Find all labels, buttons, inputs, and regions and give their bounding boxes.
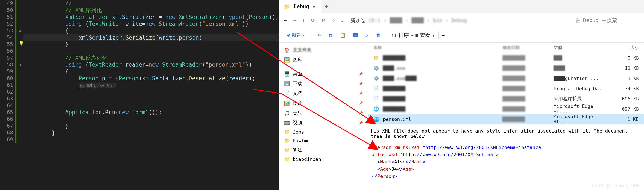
file-icon: 🌐: [373, 106, 380, 112]
col-type[interactable]: 类型: [554, 45, 609, 50]
cut-button[interactable]: ✂: [315, 31, 324, 40]
sidebar-item[interactable]: ⬇️ 下载 📌: [279, 79, 368, 89]
code-line[interactable]: {: [23, 27, 279, 34]
file-row[interactable]: 🌐 person.xml ████████ Microsoft Edge HT.…: [368, 114, 644, 124]
more-button[interactable]: ⋯: [442, 32, 445, 38]
sidebar-label: 视频: [293, 120, 302, 126]
delete-button[interactable]: 🗑: [373, 31, 384, 40]
code-line[interactable]: 已用时间 <= 5ms: [23, 82, 279, 89]
file-size: 1 KB: [609, 117, 639, 122]
fold-margin[interactable]: ⊟⊟: [16, 0, 23, 143]
address-bar[interactable]: 新加卷 (D:) › ████ › ████ › bin › Debug: [350, 17, 569, 24]
sidebar-item[interactable]: 🖼️ 图片 📌: [279, 98, 368, 108]
file-date: ████████: [502, 55, 554, 61]
file-icon: 📄: [373, 96, 380, 101]
share-button[interactable]: ↗: [362, 31, 371, 40]
sidebar-item[interactable]: 📁 biaodinban: [279, 155, 368, 164]
sidebar-item[interactable]: 🖼️ 图库: [279, 55, 368, 65]
chevron-down-icon: ▾: [432, 32, 435, 38]
file-type: Program Debug Da...: [554, 86, 609, 91]
pin-icon[interactable]: 📌: [359, 82, 363, 86]
search-input[interactable]: 在 Debug 中搜索: [575, 17, 639, 24]
code-editor[interactable]: 4950515253545556575859606162636465666768…: [0, 0, 279, 190]
sort-icon: ↑↓: [390, 32, 397, 38]
code-line[interactable]: //: [23, 0, 279, 7]
code-line[interactable]: [23, 89, 279, 95]
file-size: 697 KB: [609, 106, 639, 112]
pin-icon[interactable]: 📌: [359, 72, 363, 76]
code-line[interactable]: // XML反序列化: [23, 54, 279, 61]
code-line[interactable]: }: [23, 129, 279, 136]
code-line[interactable]: xmlSerializer.Serialize(write,person);: [23, 34, 279, 41]
file-date: ████████: [502, 76, 554, 81]
code-line[interactable]: using (TextReader reader=new StreamReade…: [23, 61, 279, 68]
code-line[interactable]: using (TextWriter write=new StreamWriter…: [23, 20, 279, 27]
close-icon[interactable]: ✕: [312, 3, 316, 9]
code-line[interactable]: XmlSerializer xmlSerializer = new XmlSer…: [23, 14, 279, 20]
sort-button[interactable]: ↑↓ 排序 ▾: [390, 32, 414, 39]
sidebar-label: 下载: [293, 80, 302, 87]
sidebar-item[interactable]: 📁 RawImg: [279, 136, 368, 145]
code-line[interactable]: Application.Run(new Form1());: [23, 109, 279, 116]
code-line[interactable]: [23, 116, 279, 123]
file-row[interactable]: 🌐 ████████ ████████ Microsoft Edge HT...…: [368, 104, 644, 114]
code-line[interactable]: [23, 95, 279, 102]
sidebar-item[interactable]: 📁 算法: [279, 145, 368, 155]
forward-button[interactable]: →: [293, 17, 296, 23]
monitor-icon[interactable]: 🖥: [321, 17, 326, 23]
divider: [312, 31, 312, 39]
code-line[interactable]: [23, 48, 279, 54]
sidebar-label: 主文件夹: [293, 47, 312, 53]
pin-icon[interactable]: 📌: [359, 111, 363, 115]
code-content[interactable]: // // XML序列化 XmlSerializer xmlSerializer…: [23, 0, 279, 143]
col-size[interactable]: 大小: [609, 45, 639, 50]
code-line[interactable]: [23, 136, 279, 143]
code-line[interactable]: }: [23, 41, 279, 48]
file-row[interactable]: ⚙️ ████.exe ████████ ████ 12 KB: [368, 63, 644, 73]
up-button[interactable]: ↑: [302, 17, 305, 23]
folder-icon: ⬇️: [284, 81, 290, 86]
refresh-button[interactable]: ⟳: [311, 17, 315, 23]
chevron-down-icon: ▾: [410, 32, 414, 38]
sidebar-item[interactable]: 🏠 主文件夹: [279, 45, 368, 55]
lightbulb-icon[interactable]: 💡: [19, 41, 24, 46]
pin-icon[interactable]: 📌: [359, 121, 363, 125]
sidebar-item[interactable]: 🖥️ 桌面 📌: [279, 69, 368, 79]
file-type: ████guration ...: [554, 76, 609, 81]
rename-button[interactable]: 🅰: [350, 31, 361, 40]
copy-button[interactable]: ⧉: [326, 31, 335, 40]
file-icon: 📄: [373, 86, 380, 91]
view-button[interactable]: ≡ 查看 ▾: [415, 32, 435, 39]
code-line[interactable]: {: [23, 68, 279, 75]
pin-icon[interactable]: 📌: [359, 101, 363, 105]
file-row[interactable]: ⚙️ ████.exe████ ████████ ████guration ..…: [368, 73, 644, 83]
pin-icon[interactable]: 📌: [359, 91, 363, 96]
file-row[interactable]: 📄 ████████ ████████ Program Debug Da... …: [368, 83, 644, 94]
col-date[interactable]: 修改日期: [502, 45, 554, 50]
breadcrumb-more[interactable]: …: [342, 17, 344, 23]
code-line[interactable]: [23, 102, 279, 109]
file-row[interactable]: 📁 ████████ ████████ ███ 0 KB: [368, 53, 644, 63]
sidebar-item[interactable]: 📄 文档 📌: [279, 89, 368, 98]
tab-debug[interactable]: 📁 Debug ✕: [279, 0, 321, 12]
file-list-header[interactable]: 名称 修改日期 类型 大小: [368, 42, 644, 53]
watermark: CSDN @Σίσυφος1900: [592, 183, 640, 188]
sidebar-item[interactable]: 🎞️ 视频 📌: [279, 118, 368, 128]
paste-button[interactable]: 📋: [337, 31, 348, 40]
sidebar-label: Jobs: [293, 129, 304, 135]
code-line[interactable]: }: [23, 123, 279, 129]
folder-icon: 📁: [284, 148, 290, 153]
sidebar-item[interactable]: 🎵 音乐 📌: [279, 108, 368, 118]
sidebar-label: 图库: [293, 57, 302, 63]
folder-icon: 📁: [284, 129, 290, 135]
new-tab-button[interactable]: +: [321, 3, 333, 10]
xml-preview: his XML file does not appear to have any…: [368, 124, 644, 184]
file-row[interactable]: 📄 ████████ ████████ 应用程序扩展 696 KB: [368, 94, 644, 104]
new-button[interactable]: ⊕ 新建 ▾: [284, 31, 308, 40]
back-button[interactable]: ←: [284, 17, 287, 23]
code-line[interactable]: // XML序列化: [23, 7, 279, 14]
code-line[interactable]: Person p = (Person)xmlSerializer.Deseria…: [23, 75, 279, 82]
file-name: ████.exe: [383, 65, 502, 71]
sidebar-item[interactable]: 📁 Jobs: [279, 128, 368, 136]
col-name[interactable]: 名称: [373, 45, 502, 50]
